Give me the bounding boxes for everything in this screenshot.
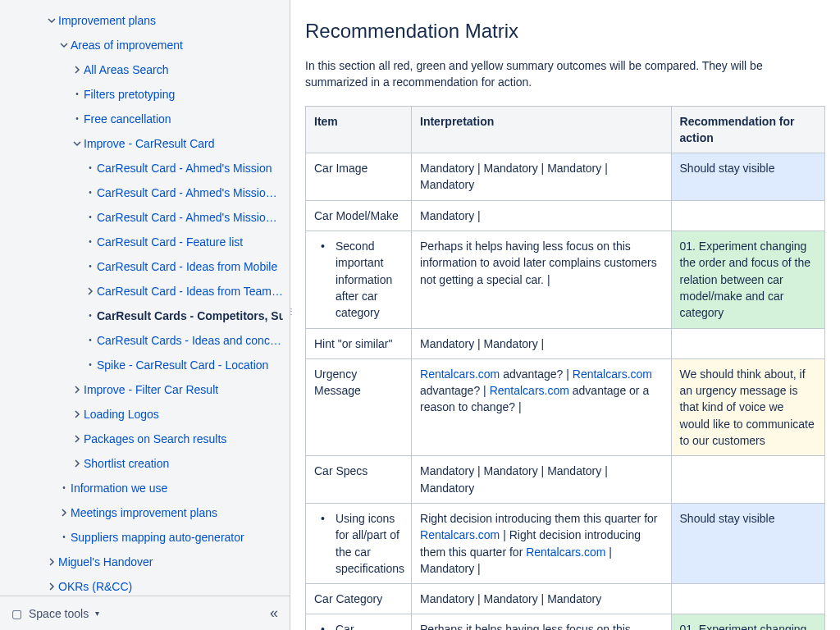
- sidebar-item-label[interactable]: CarResult Card - Ahmed's Mission - R: [97, 210, 283, 225]
- cell-recommendation: [671, 584, 824, 614]
- recommendation-table: Item Interpretation Recommendation for a…: [305, 106, 825, 630]
- sidebar-item-label[interactable]: Loading Logos: [84, 407, 159, 422]
- rentalcars-link[interactable]: Rentalcars.com: [526, 546, 605, 559]
- sidebar-item-label[interactable]: Spike - CarResult Card - Location: [97, 358, 268, 372]
- cell-item: Car Model/Make: [306, 200, 412, 231]
- sidebar-item-label[interactable]: All Areas Search: [84, 62, 169, 77]
- chevron-right-icon[interactable]: [45, 555, 58, 568]
- sidebar-item[interactable]: •CarResult Card - Feature list: [0, 230, 290, 254]
- sidebar-item-label[interactable]: Suppliers mapping auto-generator: [71, 530, 244, 545]
- sidebar-item-label[interactable]: Meetings improvement plans: [71, 505, 217, 520]
- chevron-down-icon[interactable]: [57, 39, 71, 52]
- cell-interpretation: Rentalcars.com advantage? | Rentalcars.c…: [412, 358, 672, 455]
- chevron-right-icon[interactable]: [71, 432, 84, 445]
- sidebar-item-label[interactable]: Improve - CarResult Card: [84, 136, 215, 151]
- sidebar-item[interactable]: Shortlist creation: [0, 451, 290, 476]
- bullet-icon: •: [57, 531, 71, 544]
- cell-interpretation: Mandatory | Mandatory | Mandatory | Mand…: [412, 153, 672, 201]
- sidebar-item[interactable]: •CarResult Card - Ahmed's Mission: [0, 156, 290, 180]
- cell-item: Hint "or similar": [306, 328, 412, 358]
- cell-interpretation: Mandatory | Mandatory |: [412, 328, 672, 358]
- sidebar-item[interactable]: All Areas Search: [0, 57, 290, 82]
- cell-recommendation: 01. Experiment changing the order and fo…: [671, 231, 824, 328]
- chevron-right-icon[interactable]: [84, 285, 97, 298]
- sidebar-item[interactable]: •CarResult Cards - Ideas and concepts: [0, 328, 290, 353]
- sidebar-item[interactable]: Packages on Search results: [0, 427, 290, 451]
- rentalcars-link[interactable]: Rentalcars.com: [573, 368, 652, 381]
- bullet-icon: •: [84, 260, 97, 273]
- chevron-right-icon[interactable]: [45, 580, 58, 593]
- sidebar-item[interactable]: •CarResult Card - Ideas from Mobile: [0, 254, 290, 279]
- cell-item: Second important information after car c…: [306, 231, 412, 328]
- sidebar-item[interactable]: Improvement plans: [0, 8, 290, 33]
- sidebar-item-label[interactable]: CarResult Card - Ahmed's Mission - R: [97, 185, 283, 200]
- sidebar-item-label[interactable]: OKRs (R&CC): [58, 579, 132, 594]
- chevron-down-icon[interactable]: [45, 14, 58, 27]
- sidebar-item[interactable]: Areas of improvement: [0, 33, 290, 57]
- space-tools-button[interactable]: ▢ Space tools ▾: [11, 607, 99, 620]
- sidebar-item[interactable]: Miguel's Handover: [0, 550, 290, 574]
- sidebar: Improvement plansAreas of improvementAll…: [0, 0, 290, 630]
- table-header-recommendation: Recommendation for action: [671, 106, 824, 153]
- sidebar-item-label[interactable]: CarResult Card - Ideas from Mobile: [97, 259, 277, 274]
- chevron-right-icon[interactable]: [71, 457, 84, 470]
- sidebar-item[interactable]: •Suppliers mapping auto-generator: [0, 525, 290, 550]
- chevron-right-icon[interactable]: [71, 63, 84, 76]
- table-row: Using icons for all/part of the car spec…: [306, 503, 825, 583]
- sidebar-item-label: CarResult Cards - Competitors, Sup: [97, 308, 283, 323]
- sidebar-item[interactable]: •Information we use: [0, 476, 290, 500]
- sidebar-item[interactable]: CarResult Card - Ideas from Team Re: [0, 279, 290, 304]
- sidebar-item[interactable]: •CarResult Card - Ahmed's Mission - R: [0, 180, 290, 205]
- bullet-icon: •: [84, 334, 97, 347]
- table-row: Car ImageMandatory | Mandatory | Mandato…: [306, 153, 825, 201]
- sidebar-item-label[interactable]: Information we use: [71, 481, 167, 495]
- sidebar-item-label[interactable]: Improvement plans: [58, 13, 156, 28]
- bullet-icon: •: [71, 112, 84, 126]
- sidebar-item[interactable]: Meetings improvement plans: [0, 500, 290, 525]
- table-header-interpretation: Interpretation: [412, 106, 672, 153]
- sidebar-item[interactable]: OKRs (R&CC): [0, 574, 290, 596]
- sidebar-item-label[interactable]: Miguel's Handover: [58, 555, 153, 569]
- cell-item-text: Second important information after car c…: [336, 238, 403, 321]
- chevron-down-icon[interactable]: [71, 137, 84, 150]
- sidebar-item-label[interactable]: Free cancellation: [84, 112, 171, 126]
- cell-item: Car Category is the main headline: [306, 614, 412, 630]
- cell-recommendation: 01. Experiment changing the order and fo…: [671, 614, 824, 630]
- sidebar-item[interactable]: Improve - Filter Car Result: [0, 377, 290, 402]
- sidebar-item-label[interactable]: CarResult Card - Ideas from Team Re: [97, 284, 283, 299]
- page-intro: In this section all red, green and yello…: [305, 57, 825, 91]
- sidebar-item-label[interactable]: CarResult Card - Ahmed's Mission: [97, 161, 272, 176]
- cell-item-text: Car Category is the main headline: [336, 621, 403, 630]
- bullet-icon: •: [57, 482, 71, 495]
- bullet-icon: •: [71, 88, 84, 101]
- sidebar-item-label[interactable]: Packages on Search results: [84, 431, 226, 446]
- bullet-icon: •: [84, 186, 97, 199]
- sidebar-item-label[interactable]: Shortlist creation: [84, 456, 169, 471]
- main-content: Recommendation Matrix In this section al…: [290, 0, 840, 630]
- chevron-right-icon[interactable]: [57, 506, 71, 519]
- cell-item: Car Specs: [306, 456, 412, 504]
- table-row: Hint "or similar"Mandatory | Mandatory |: [306, 328, 825, 358]
- sidebar-item-label[interactable]: Areas of improvement: [71, 38, 183, 52]
- sidebar-item[interactable]: •CarResult Cards - Competitors, Sup: [0, 304, 290, 328]
- collapse-sidebar-button[interactable]: «: [270, 605, 278, 622]
- sidebar-item[interactable]: •Filters pretotyping: [0, 82, 290, 107]
- sidebar-item[interactable]: •Spike - CarResult Card - Location: [0, 353, 290, 377]
- rentalcars-link[interactable]: Rentalcars.com: [420, 368, 500, 381]
- sidebar-item[interactable]: Improve - CarResult Card: [0, 131, 290, 156]
- rentalcars-link[interactable]: Rentalcars.com: [420, 528, 500, 541]
- sidebar-item-label[interactable]: CarResult Card - Feature list: [97, 235, 243, 249]
- rentalcars-link[interactable]: Rentalcars.com: [490, 384, 569, 397]
- sidebar-item[interactable]: •CarResult Card - Ahmed's Mission - R: [0, 205, 290, 230]
- sidebar-item[interactable]: •Free cancellation: [0, 107, 290, 131]
- chevron-right-icon[interactable]: [71, 408, 84, 421]
- cell-recommendation: Should stay visible: [671, 503, 824, 583]
- sidebar-item-label[interactable]: Improve - Filter Car Result: [84, 382, 218, 397]
- sidebar-item-label[interactable]: Filters pretotyping: [84, 87, 175, 102]
- cell-item-text: Using icons for all/part of the car spec…: [336, 510, 404, 577]
- sidebar-item[interactable]: Loading Logos: [0, 402, 290, 427]
- resize-handle[interactable]: ⋮: [287, 307, 295, 316]
- chevron-right-icon[interactable]: [71, 383, 84, 396]
- sidebar-item-label[interactable]: CarResult Cards - Ideas and concepts: [97, 333, 283, 348]
- cell-interpretation: Mandatory | Mandatory | Mandatory | Mand…: [412, 456, 672, 504]
